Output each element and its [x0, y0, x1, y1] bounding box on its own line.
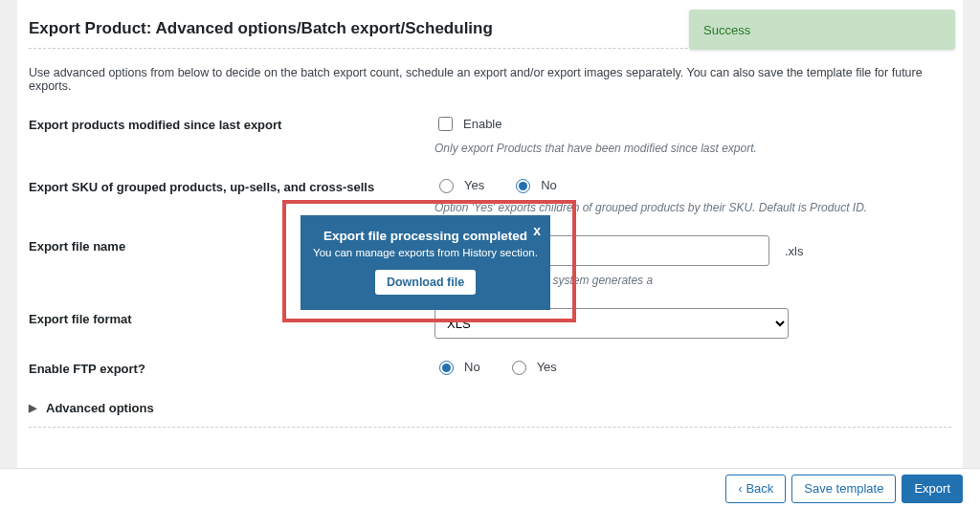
close-icon[interactable]: x: [533, 223, 541, 238]
ftp-label: Enable FTP export?: [29, 358, 434, 376]
file-format-select[interactable]: XLS: [434, 308, 789, 339]
enable-since-last-label: Enable: [463, 117, 501, 131]
sku-grouped-hint: Option 'Yes' exports children of grouped…: [434, 199, 951, 216]
enable-since-last-checkbox[interactable]: [438, 117, 453, 131]
download-file-button[interactable]: Download file: [375, 270, 476, 295]
chevron-right-icon: ▶: [29, 402, 36, 414]
sku-no-label: No: [541, 178, 557, 192]
export-button[interactable]: Export: [902, 475, 963, 503]
success-toast: Success: [689, 10, 955, 50]
file-format-label: Export file format: [29, 308, 434, 326]
sku-yes-label: Yes: [464, 178, 484, 192]
save-template-label: Save template: [804, 481, 883, 496]
modal-title: Export file processing completed: [310, 229, 541, 243]
since-last-hint: Only export Products that have been modi…: [434, 140, 951, 157]
advanced-options-label: Advanced options: [46, 401, 154, 415]
success-toast-label: Success: [703, 23, 750, 37]
footer-bar: ‹ Back Save template Export: [0, 468, 980, 508]
advanced-options-accordion[interactable]: ▶ Advanced options: [29, 395, 951, 428]
back-button[interactable]: ‹ Back: [725, 475, 786, 503]
ftp-no-label: No: [464, 360, 480, 374]
save-template-button[interactable]: Save template: [791, 475, 896, 503]
file-ext-label: .xls: [777, 244, 804, 258]
intro-text: Use advanced options from below to decid…: [29, 66, 951, 93]
ftp-yes-label: Yes: [537, 360, 557, 374]
export-complete-modal: x Export file processing completed You c…: [301, 215, 550, 310]
sku-yes-radio[interactable]: [439, 179, 454, 193]
sku-no-radio[interactable]: [516, 179, 530, 193]
export-button-label: Export: [914, 481, 950, 496]
ftp-no-radio[interactable]: [439, 361, 454, 375]
modal-body: You can manage exports from History sect…: [310, 247, 541, 258]
chevron-left-icon: ‹: [738, 482, 742, 496]
ftp-yes-radio[interactable]: [512, 361, 526, 375]
back-button-label: Back: [746, 481, 773, 496]
sku-grouped-label: Export SKU of grouped products, up-sells…: [29, 176, 434, 194]
since-last-label: Export products modified since last expo…: [29, 114, 434, 132]
